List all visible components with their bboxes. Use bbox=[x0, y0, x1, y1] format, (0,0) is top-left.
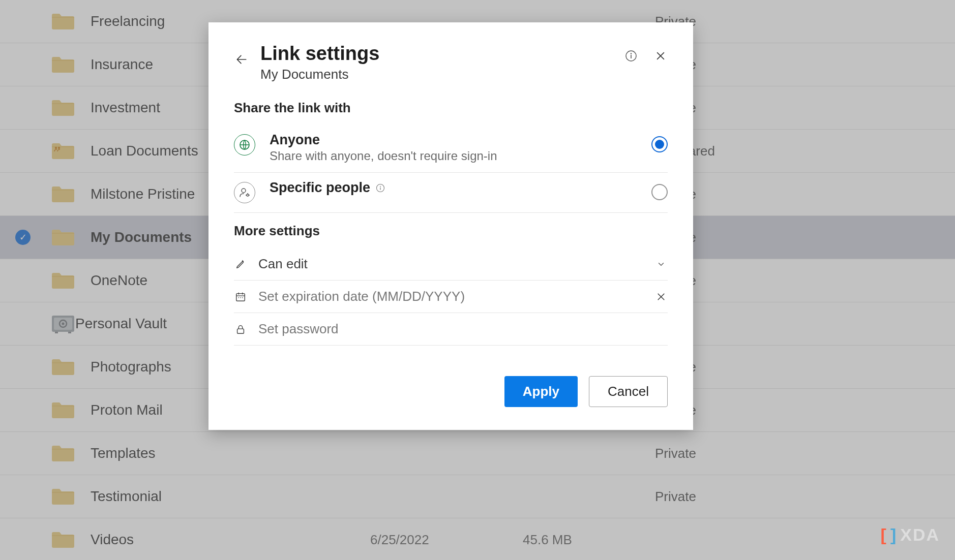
svg-rect-19 bbox=[236, 293, 245, 301]
option-anyone-desc: Share with anyone, doesn't require sign-… bbox=[270, 149, 637, 163]
clear-expiration-button[interactable] bbox=[654, 290, 668, 303]
dialog-subtitle: My Documents bbox=[260, 67, 613, 82]
arrow-left-icon bbox=[235, 53, 248, 66]
share-option-anyone[interactable]: Anyone Share with anyone, doesn't requir… bbox=[234, 125, 668, 173]
lock-icon bbox=[234, 323, 247, 336]
link-settings-dialog: Link settings My Documents Share the lin… bbox=[208, 22, 693, 430]
watermark: [] XDA bbox=[881, 525, 940, 545]
password-placeholder: Set password bbox=[258, 321, 643, 337]
svg-rect-23 bbox=[237, 329, 244, 333]
dialog-footer: Apply Cancel bbox=[234, 376, 668, 407]
info-icon bbox=[625, 50, 637, 62]
share-section-title: Share the link with bbox=[234, 100, 668, 116]
close-icon bbox=[655, 50, 666, 61]
close-icon bbox=[656, 292, 666, 302]
permission-value: Can edit bbox=[258, 256, 643, 272]
apply-button[interactable]: Apply bbox=[504, 376, 578, 407]
expiration-row[interactable]: Set expiration date (MM/DD/YYYY) bbox=[234, 281, 668, 313]
option-specific-title: Specific people bbox=[270, 180, 370, 196]
calendar-icon bbox=[234, 290, 247, 303]
svg-point-15 bbox=[247, 194, 249, 196]
cancel-button[interactable]: Cancel bbox=[589, 376, 668, 407]
option-anyone-title: Anyone bbox=[270, 132, 637, 148]
info-icon[interactable] bbox=[375, 183, 385, 193]
share-option-specific[interactable]: Specific people bbox=[234, 173, 668, 213]
svg-point-21 bbox=[240, 297, 241, 298]
svg-point-14 bbox=[242, 189, 246, 193]
svg-point-20 bbox=[238, 297, 240, 298]
radio-anyone[interactable] bbox=[651, 136, 668, 152]
svg-rect-18 bbox=[380, 187, 380, 190]
password-row[interactable]: Set password bbox=[234, 313, 668, 346]
svg-point-11 bbox=[631, 53, 632, 54]
svg-point-17 bbox=[380, 185, 381, 186]
back-button[interactable] bbox=[234, 52, 249, 67]
dialog-header: Link settings My Documents bbox=[234, 43, 668, 82]
more-settings-title: More settings bbox=[234, 223, 668, 239]
specific-people-icon bbox=[234, 182, 255, 203]
radio-specific[interactable] bbox=[651, 184, 668, 200]
pencil-icon bbox=[234, 258, 247, 271]
dialog-title: Link settings bbox=[260, 43, 613, 65]
globe-icon bbox=[234, 134, 255, 155]
close-button[interactable] bbox=[653, 49, 668, 63]
permission-dropdown[interactable]: Can edit bbox=[234, 248, 668, 281]
watermark-text: XDA bbox=[900, 525, 940, 545]
chevron-down-icon bbox=[654, 258, 668, 271]
svg-point-22 bbox=[242, 297, 243, 298]
expiration-placeholder: Set expiration date (MM/DD/YYYY) bbox=[258, 289, 643, 304]
info-button[interactable] bbox=[624, 49, 638, 63]
svg-rect-12 bbox=[631, 55, 632, 58]
